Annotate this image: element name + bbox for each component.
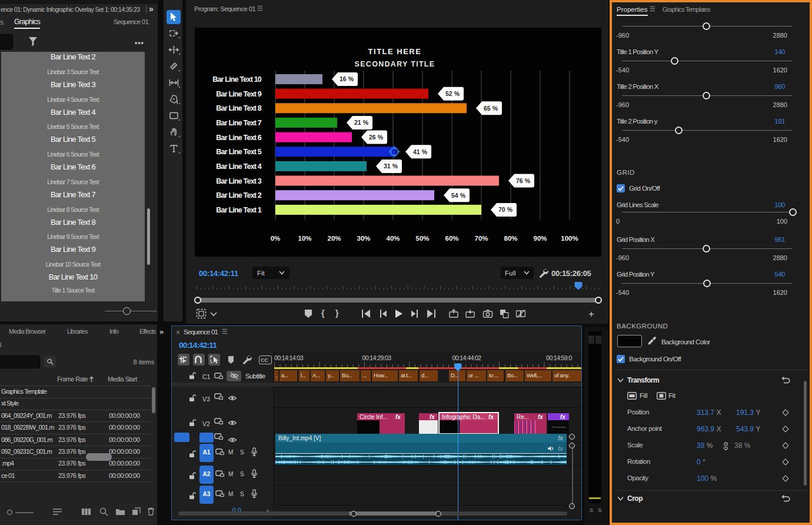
svg-text:26 %: 26 %: [369, 134, 384, 141]
svg-text:Bar Line Text 10: Bar Line Text 10: [212, 75, 262, 84]
svg-text:16 %: 16 %: [340, 75, 354, 82]
svg-text:76 %: 76 %: [516, 177, 531, 184]
svg-text:100%: 100%: [561, 235, 578, 242]
svg-text:SECONDARY TITLE: SECONDARY TITLE: [355, 60, 435, 68]
svg-text:30%: 30%: [357, 235, 370, 242]
svg-text:21 %: 21 %: [354, 119, 369, 126]
svg-text:40%: 40%: [386, 235, 400, 242]
svg-text:70%: 70%: [474, 235, 488, 242]
svg-text:20%: 20%: [327, 235, 341, 242]
svg-text:54 %: 54 %: [451, 192, 466, 199]
svg-text:80%: 80%: [504, 235, 517, 242]
svg-text:Bar Line Text 9: Bar Line Text 9: [216, 90, 262, 98]
svg-text:Bar Line Text 2: Bar Line Text 2: [216, 191, 262, 200]
svg-text:Bar Line Text 8: Bar Line Text 8: [216, 104, 262, 112]
svg-text:Bar Line Text 6: Bar Line Text 6: [216, 134, 262, 142]
svg-text:60%: 60%: [445, 235, 458, 242]
svg-text:70 %: 70 %: [498, 206, 513, 213]
svg-text:50%: 50%: [415, 235, 429, 242]
svg-text:Bar Line Text 7: Bar Line Text 7: [216, 119, 262, 127]
svg-text:65 %: 65 %: [484, 105, 498, 112]
svg-text:90%: 90%: [533, 235, 547, 242]
svg-text:31 %: 31 %: [384, 162, 398, 170]
svg-text:0%: 0%: [271, 235, 281, 242]
svg-text:Bar Line Text 4: Bar Line Text 4: [216, 162, 262, 171]
svg-text:Bar Line Text 3: Bar Line Text 3: [216, 177, 262, 185]
svg-text:41 %: 41 %: [413, 148, 428, 155]
svg-text:Bar Line Text 1: Bar Line Text 1: [216, 206, 262, 214]
svg-text:10%: 10%: [298, 235, 311, 242]
svg-text:TITLE HERE: TITLE HERE: [368, 47, 422, 56]
svg-text:52 %: 52 %: [445, 90, 460, 97]
svg-text:Bar Line Text 5: Bar Line Text 5: [216, 148, 262, 156]
